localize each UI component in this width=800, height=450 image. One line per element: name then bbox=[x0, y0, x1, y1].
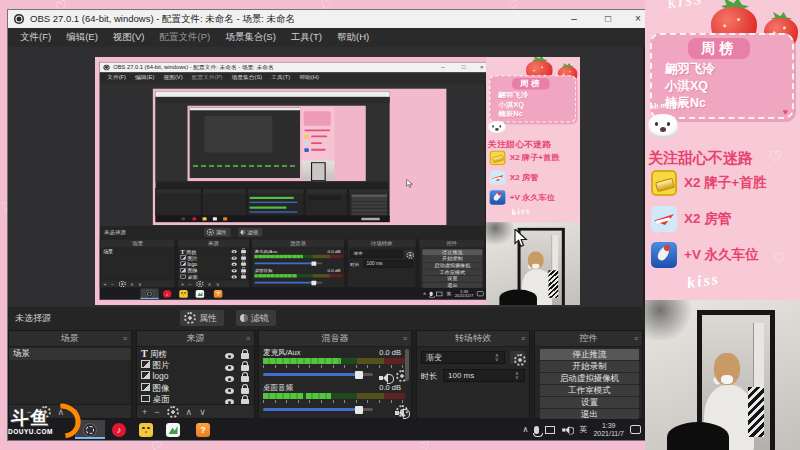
menu-scene-collection[interactable]: 场景集合(S) bbox=[225, 31, 276, 44]
lock-icon[interactable] bbox=[241, 376, 249, 382]
gear-icon bbox=[184, 312, 196, 324]
panel-menu-icon[interactable]: ≡ bbox=[521, 335, 525, 342]
transitions-panel-title: 转场特效 bbox=[417, 331, 529, 347]
jet-icon bbox=[651, 206, 677, 232]
text-source-icon: T bbox=[141, 348, 148, 359]
transition-select[interactable]: 渐变 bbox=[421, 351, 505, 364]
visibility-eye-icon[interactable] bbox=[225, 388, 234, 394]
visibility-eye-icon[interactable] bbox=[225, 365, 234, 371]
virtual-camera-button[interactable]: 启动虚拟摄像机 bbox=[540, 373, 639, 384]
close-button[interactable]: × bbox=[630, 10, 646, 28]
source-row[interactable]: 图片 bbox=[137, 360, 254, 372]
taskbar-yellow-app-icon[interactable] bbox=[139, 423, 153, 437]
settings-button[interactable]: 设置 bbox=[540, 397, 639, 408]
filter-icon bbox=[240, 314, 248, 322]
striped-cloth bbox=[748, 387, 764, 437]
source-up-button[interactable]: ∧ bbox=[186, 407, 193, 417]
menu-help[interactable]: 帮助(H) bbox=[337, 31, 369, 44]
scenes-panel-title: 场景 bbox=[9, 331, 131, 347]
captured-sources-panel: 来源 T 周榜 图片 logo 图像 桌面 +−∧∨ bbox=[177, 239, 249, 288]
tray-clock[interactable]: 1:392021/11/7 bbox=[593, 422, 624, 438]
transitions-panel: 转场特效 ≡ 渐变 ∧∨ 时长 100 ms ∧∨ bbox=[416, 330, 530, 419]
exit-button[interactable]: 退出 bbox=[540, 409, 639, 419]
menu-bar: 文件(F) 编辑(E) 视图(V) 配置文件(P) 场景集合(S) 工具(T) … bbox=[8, 28, 645, 47]
captured-cat-sticker-icon bbox=[488, 119, 507, 136]
person-face-mask bbox=[721, 375, 733, 384]
menu-view[interactable]: 视图(V) bbox=[113, 31, 145, 44]
source-row[interactable]: logo bbox=[137, 371, 254, 383]
menu-profile[interactable]: 配置文件(P) bbox=[159, 31, 210, 44]
visibility-eye-icon[interactable] bbox=[225, 376, 234, 382]
add-source-button[interactable]: + bbox=[142, 407, 147, 417]
mixer-channel-db: 0.0 dB bbox=[259, 347, 401, 359]
rank-title-badge: 周榜 bbox=[688, 38, 750, 59]
tray-chevron-icon[interactable]: ∧ bbox=[523, 425, 529, 434]
sources-panel-title: 来源 bbox=[137, 331, 254, 347]
scene-list-item[interactable]: 场景 bbox=[9, 348, 131, 360]
channel-gear-icon[interactable] bbox=[396, 405, 408, 417]
start-recording-button[interactable]: 开始录制 bbox=[540, 361, 639, 372]
visibility-eye-icon[interactable] bbox=[225, 353, 234, 359]
studio-mode-button[interactable]: 工作室模式 bbox=[540, 385, 639, 396]
panel-menu-icon[interactable]: ≡ bbox=[246, 335, 250, 342]
captured-camera bbox=[486, 222, 580, 305]
panel-menu-icon[interactable]: ≡ bbox=[123, 335, 127, 342]
volume-slider[interactable] bbox=[263, 408, 373, 411]
obs-window: OBS 27.0.1 (64-bit, windows) - 配置文件: 未命名… bbox=[8, 10, 645, 440]
mixer-scrollbar[interactable] bbox=[405, 349, 409, 381]
stream-frame: { "obs": { "title": "OBS 27.0.1 (64-bit,… bbox=[0, 0, 800, 450]
properties-button[interactable]: 属性 bbox=[180, 310, 224, 326]
taskbar-photos-icon[interactable] bbox=[166, 423, 180, 437]
windows-taskbar: ♪ ? ∧ 英 1:392021/11/7 bbox=[8, 419, 645, 440]
captured-menu-bar: 文件(F)编辑(E)视图(V) 配置文件(P)场景集合(S) 工具(T)帮助(H… bbox=[100, 72, 486, 82]
l3-window bbox=[190, 108, 300, 178]
follow-text: 关注甜心不迷路 bbox=[648, 149, 753, 168]
captured-maximize-button: □ bbox=[459, 63, 469, 73]
minimize-button[interactable]: – bbox=[566, 10, 582, 28]
remove-source-button[interactable]: − bbox=[154, 407, 159, 417]
source-gear-icon[interactable] bbox=[167, 406, 179, 418]
captured-reward-row: X2 牌子+首胜 bbox=[490, 151, 560, 165]
source-row[interactable]: T 周榜 bbox=[137, 348, 254, 360]
panel-menu-icon[interactable]: ≡ bbox=[403, 335, 407, 342]
captured-minimize-button: – bbox=[438, 63, 448, 73]
reward-row-badge: X2 牌子+首胜 bbox=[651, 170, 766, 196]
transition-stepper[interactable]: ∧∨ bbox=[495, 353, 499, 361]
reward-prefix: X2 bbox=[684, 175, 701, 190]
action-center-icon[interactable] bbox=[630, 425, 641, 434]
panel-menu-icon[interactable]: ≡ bbox=[634, 335, 638, 342]
filters-button[interactable]: 滤镜 bbox=[236, 310, 276, 326]
captured-reward-row: +V 永久车位 bbox=[490, 190, 555, 204]
tray-ime-indicator[interactable]: 英 bbox=[579, 424, 587, 435]
obs-titlebar[interactable]: OBS 27.0.1 (64-bit, windows) - 配置文件: 未命名… bbox=[8, 10, 645, 28]
lock-icon[interactable] bbox=[241, 353, 249, 359]
l2-taskbar bbox=[156, 216, 390, 222]
menu-edit[interactable]: 编辑(E) bbox=[66, 31, 98, 44]
transition-gear-button[interactable] bbox=[510, 351, 525, 364]
preview-canvas[interactable]: OBS 27.0.1 (64-bit, windows) - 配置文件: 未命名… bbox=[8, 47, 643, 307]
taskbar-netease-music-icon[interactable]: ♪ bbox=[112, 423, 126, 437]
tray-mic-icon[interactable] bbox=[534, 426, 539, 434]
captured-desktop-level2-content bbox=[153, 88, 447, 225]
watermark-name: 斗鱼 bbox=[11, 406, 49, 430]
lock-icon[interactable] bbox=[241, 388, 249, 394]
tray-network-icon[interactable] bbox=[545, 426, 555, 434]
menu-tools[interactable]: 工具(T) bbox=[291, 31, 322, 44]
duration-stepper[interactable]: ∧∨ bbox=[515, 371, 519, 379]
image-source-icon bbox=[141, 371, 150, 379]
mixer-channel-db: 0.0 dB bbox=[259, 382, 401, 394]
desktop-capture-source[interactable]: OBS 27.0.1 (64-bit, windows) - 配置文件: 未命名… bbox=[95, 57, 580, 305]
duration-input[interactable]: 100 ms bbox=[443, 369, 525, 382]
captured-preview bbox=[100, 83, 485, 226]
captured-scenes-panel: 场景 场景 +−∧∨ bbox=[100, 239, 175, 288]
menu-file[interactable]: 文件(F) bbox=[20, 31, 51, 44]
stop-streaming-button[interactable]: 停止推流 bbox=[540, 349, 639, 360]
source-row[interactable]: 图像 bbox=[137, 383, 254, 395]
volume-slider[interactable] bbox=[263, 373, 373, 376]
lock-icon[interactable] bbox=[241, 365, 249, 371]
maximize-button[interactable]: □ bbox=[600, 10, 616, 28]
taskbar-orange-app-icon[interactable]: ? bbox=[196, 423, 210, 437]
source-down-button[interactable]: ∨ bbox=[199, 407, 206, 417]
watermark-domain: DOUYU.COM bbox=[8, 428, 53, 435]
tray-speaker-icon[interactable] bbox=[563, 426, 573, 434]
